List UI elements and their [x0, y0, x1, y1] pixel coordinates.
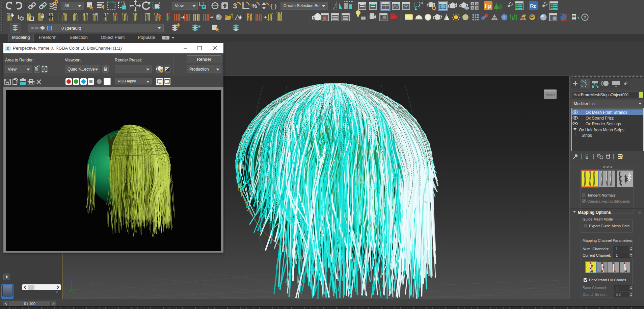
svg-text:y: y — [72, 290, 73, 294]
svg-text:Export Guide Mesh Data: Export Guide Mesh Data — [589, 224, 630, 228]
svg-text:Current Channel:: Current Channel: — [583, 253, 611, 257]
svg-text:Strips: Strips — [582, 133, 592, 138]
svg-text:Num. Channels:: Num. Channels: — [583, 247, 609, 251]
svg-text:Base Channel:: Base Channel: — [583, 286, 607, 290]
svg-text:Ox Strand Frizz: Ox Strand Frizz — [586, 116, 614, 121]
svg-text:i: i — [18, 14, 19, 21]
svg-text:Guide Mesh Mode: Guide Mesh Mode — [583, 217, 613, 221]
svg-text:x: x — [80, 288, 82, 291]
svg-text:Per-Strand UV Coords.: Per-Strand UV Coords. — [589, 278, 627, 282]
svg-text:FRONT: FRONT — [546, 94, 555, 97]
svg-text:Create Selection Se: Create Selection Se — [284, 3, 320, 8]
svg-text:1: 1 — [616, 247, 618, 251]
svg-text:3: 3 — [233, 2, 237, 10]
svg-text:1: 1 — [616, 286, 618, 290]
svg-text:Ox Hair from Mesh Strips: Ox Hair from Mesh Strips — [579, 128, 624, 132]
svg-text:Fp: Fp — [485, 3, 491, 9]
svg-text:3: 3 — [6, 46, 9, 51]
svg-text:0.0: 0.0 — [616, 293, 621, 297]
svg-text:z: z — [70, 276, 72, 279]
svg-text:Coord. Stretch:: Coord. Stretch: — [583, 292, 608, 297]
svg-text:Mapping Options: Mapping Options — [578, 210, 611, 215]
svg-text:Ox: Ox — [530, 16, 534, 19]
svg-text:%: % — [251, 2, 257, 9]
svg-text:0 (default): 0 (default) — [61, 26, 81, 31]
svg-text:A: A — [43, 67, 46, 71]
svg-text:Rc: Rc — [530, 3, 536, 9]
svg-text:HairFromMeshStripsObject001: HairFromMeshStripsObject001 — [573, 93, 629, 97]
svg-text:?: ? — [584, 15, 586, 20]
svg-text:HF: HF — [521, 16, 525, 19]
svg-text:All: All — [64, 3, 69, 8]
svg-text:{ }: { } — [270, 2, 277, 9]
svg-text:View: View — [175, 3, 184, 8]
svg-text:Mapping Channel Parameters: Mapping Channel Parameters — [583, 238, 632, 242]
svg-text:Camera Facing Billboards: Camera Facing Billboards — [587, 199, 630, 203]
svg-text:Tangent Normals: Tangent Normals — [587, 193, 616, 197]
svg-text:Ox Render Settings: Ox Render Settings — [586, 122, 621, 126]
svg-text:+: + — [166, 67, 167, 70]
svg-text:Ox Mesh From Strands: Ox Mesh From Strands — [586, 110, 627, 115]
svg-text:1: 1 — [616, 253, 618, 257]
svg-text:Modifier List: Modifier List — [574, 101, 596, 106]
